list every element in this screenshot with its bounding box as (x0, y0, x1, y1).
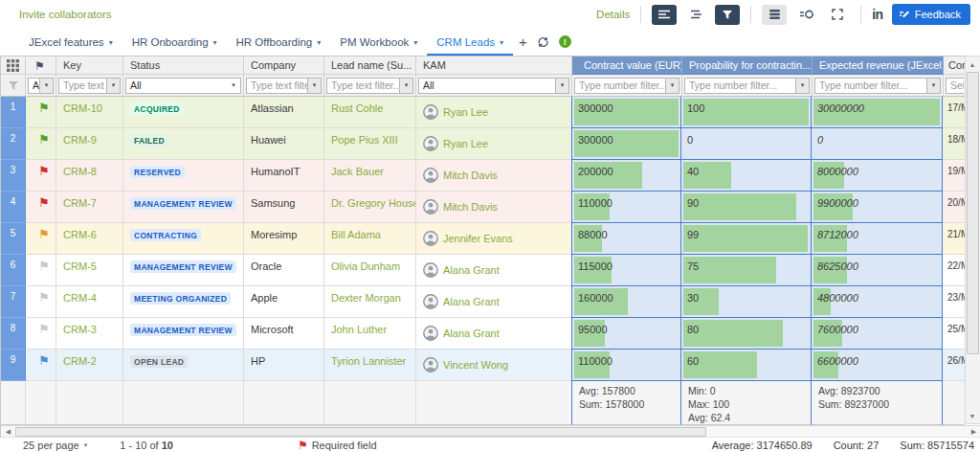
row-number[interactable]: 1 (1, 97, 26, 128)
expected-revenue-cell[interactable]: 9900000 (812, 192, 943, 223)
column-header-contract-value[interactable]: Contract value (EUR) (572, 56, 682, 75)
chevron-down-icon[interactable]: ▾ (107, 78, 121, 94)
row-number[interactable]: 7 (1, 286, 26, 318)
expected-revenue-cell[interactable]: 30000000 (812, 97, 943, 128)
lead-name-cell[interactable]: Jack Bauer (324, 160, 416, 192)
status-cell[interactable]: RESERVED (123, 160, 244, 192)
issue-key[interactable]: CRM-5 (63, 260, 97, 272)
invite-collaborators-link[interactable]: Invite collaborators (19, 9, 112, 20)
add-sheet-button[interactable]: + (519, 34, 527, 49)
status-cell[interactable]: MEETING ORGANIZED (123, 286, 244, 318)
status-cell[interactable]: MANAGEMENT REVIEW (123, 192, 244, 223)
status-cell[interactable]: MANAGEMENT REVIEW (123, 318, 244, 350)
column-header-key[interactable]: Key (56, 56, 123, 75)
flag-cell[interactable]: ⚑ (26, 350, 56, 381)
expected-revenue-cell[interactable]: 0 (812, 128, 943, 160)
select-all-cell[interactable] (1, 56, 26, 75)
filter-toggle-cell[interactable] (1, 75, 26, 97)
chevron-down-icon[interactable]: ▾ (796, 78, 810, 94)
flag-cell[interactable]: ⚑ (26, 255, 56, 286)
lead-name-filter[interactable]: Type text filter...▾ (324, 75, 416, 97)
key-filter[interactable]: Type text f▾ (56, 75, 123, 97)
column-header-date[interactable]: Cor (944, 56, 966, 75)
issue-key[interactable]: CRM-10 (63, 102, 102, 114)
expected-revenue-cell[interactable]: 4800000 (812, 286, 943, 318)
expected-revenue-cell[interactable]: 8000000 (812, 160, 943, 192)
horizontal-scroll-thumb[interactable] (15, 427, 706, 437)
chevron-down-icon[interactable]: ▾ (400, 78, 413, 94)
database-view-button[interactable] (762, 5, 787, 25)
contract-value-cell[interactable]: 95000 (571, 318, 681, 350)
tab-hr-offboarding[interactable]: HR Offboarding▾ (227, 33, 331, 56)
row-number[interactable]: 6 (1, 255, 26, 286)
row-number[interactable]: 4 (1, 192, 26, 223)
contract-value-cell[interactable]: 110000 (571, 192, 681, 223)
contract-value-cell[interactable]: 200000 (571, 160, 681, 192)
kam-cell[interactable]: Ryan Lee (416, 97, 572, 128)
probability-cell[interactable]: 60 (681, 350, 812, 381)
column-header-probability[interactable]: Propability for contractin... (682, 56, 813, 75)
details-link[interactable]: Details (596, 9, 630, 20)
probability-cell[interactable]: 40 (681, 160, 812, 192)
date-filter[interactable]: Sele (944, 75, 966, 97)
key-cell[interactable]: CRM-8 (56, 160, 123, 192)
date-cell[interactable]: 20/M (943, 192, 965, 223)
issue-key[interactable]: CRM-3 (63, 324, 97, 335)
column-header-lead-name[interactable]: Lead name (Su... (324, 56, 416, 75)
flag-cell[interactable]: ⚑ (26, 160, 56, 192)
scroll-down-arrow[interactable]: ▼ (966, 409, 979, 422)
key-cell[interactable]: CRM-3 (56, 318, 123, 350)
contract-value-cell[interactable]: 300000 (571, 97, 681, 128)
date-cell[interactable]: 21/M (943, 223, 965, 255)
flag-cell[interactable]: ⚑ (26, 286, 56, 318)
vertical-scroll-thumb[interactable] (967, 72, 979, 354)
company-cell[interactable]: Oracle (244, 255, 324, 286)
column-header-status[interactable]: Status (123, 56, 244, 75)
issue-key[interactable]: CRM-2 (63, 355, 97, 367)
flag-cell[interactable]: ⚑ (26, 128, 56, 160)
tab-crm-leads[interactable]: CRM Leads▾ (427, 33, 513, 56)
date-cell[interactable]: 25/M (943, 318, 965, 350)
kam-filter[interactable]: All▾ (416, 75, 572, 97)
flag-filter[interactable]: Al▾ (26, 75, 56, 97)
scroll-up-arrow[interactable]: ▲ (966, 57, 979, 71)
kam-cell[interactable]: Alana Grant (416, 318, 572, 350)
scroll-right-arrow[interactable]: ▶ (968, 426, 980, 438)
key-cell[interactable]: CRM-6 (56, 223, 123, 255)
vertical-scrollbar[interactable]: ▲ ▼ (965, 56, 980, 424)
probability-filter[interactable]: Type number filter...▾ (682, 75, 813, 97)
probability-cell[interactable]: 75 (681, 255, 812, 286)
issue-key[interactable]: CRM-6 (63, 229, 97, 240)
date-cell[interactable]: 22/M (943, 255, 965, 286)
company-cell[interactable]: Samsung (244, 192, 324, 223)
date-cell[interactable]: 23/M (943, 286, 965, 318)
linkedin-link[interactable]: in (872, 7, 882, 22)
issue-key[interactable]: CRM-4 (63, 292, 97, 304)
status-cell[interactable]: CONTRACTING (123, 223, 244, 255)
date-cell[interactable]: 26/M (943, 350, 965, 381)
issue-key[interactable]: CRM-9 (63, 134, 97, 146)
probability-cell[interactable]: 80 (681, 318, 812, 350)
chevron-down-icon[interactable]: ▾ (40, 78, 54, 94)
kam-cell[interactable]: Jennifer Evans (416, 223, 572, 255)
kam-cell[interactable]: Alana Grant (416, 255, 572, 286)
chevron-down-icon[interactable]: ▾ (666, 78, 679, 94)
chevron-down-icon[interactable]: ▾ (308, 78, 322, 94)
sheet-status-icon[interactable]: ! (559, 35, 571, 48)
fullscreen-button[interactable] (825, 5, 850, 25)
refresh-icon[interactable] (537, 36, 549, 48)
indent-button[interactable] (683, 5, 708, 25)
company-cell[interactable]: HumanoIT (244, 160, 324, 192)
row-number[interactable]: 9 (1, 350, 26, 381)
company-filter[interactable]: Type text filter..▾ (244, 75, 324, 97)
issue-key[interactable]: CRM-7 (63, 197, 97, 209)
contract-value-cell[interactable]: 300000 (571, 128, 681, 160)
row-details-button[interactable] (652, 5, 677, 25)
key-cell[interactable]: CRM-10 (56, 97, 123, 128)
company-cell[interactable]: Moresimp (244, 223, 324, 255)
feedback-button[interactable]: Feedback (892, 4, 970, 25)
key-cell[interactable]: CRM-4 (56, 286, 123, 318)
contract-value-cell[interactable]: 88000 (571, 223, 681, 255)
column-header-company[interactable]: Company (244, 56, 324, 75)
tab-hr-onboarding[interactable]: HR Onboarding▾ (122, 33, 227, 56)
